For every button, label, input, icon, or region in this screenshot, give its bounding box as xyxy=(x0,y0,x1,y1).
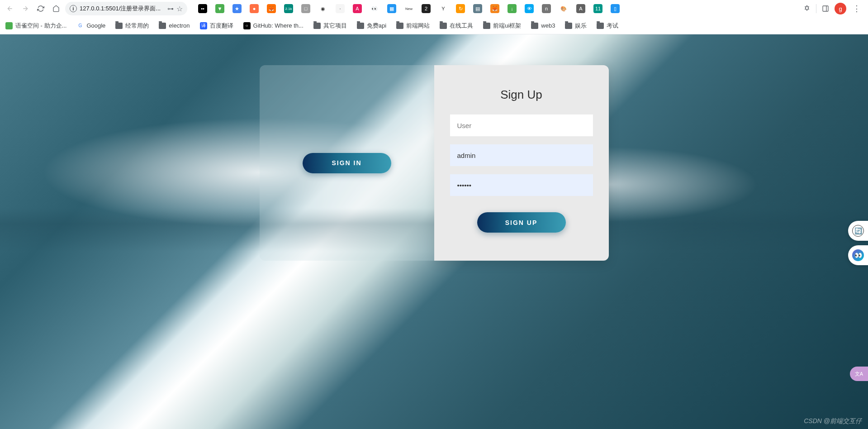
ext-download[interactable]: ↓ xyxy=(508,4,517,13)
folder-icon xyxy=(597,23,604,29)
bookmark-label: 语雀空间 - 助力企... xyxy=(15,22,66,30)
ext-eyes[interactable]: 👀 xyxy=(370,4,379,13)
ext-blue-sq[interactable]: ▦ xyxy=(387,4,396,13)
ext-refresh[interactable]: ↻ xyxy=(456,4,465,13)
ext-black-dots[interactable]: •• xyxy=(198,4,207,13)
bookmark-item[interactable]: 考试 xyxy=(597,22,618,30)
bookmark-item[interactable]: electron xyxy=(159,22,190,29)
auth-card: SIGN IN Sign Up SIGN UP xyxy=(260,65,609,261)
key-icon[interactable]: ⊶ xyxy=(167,5,174,12)
ext-eye[interactable]: 👁 xyxy=(525,4,534,13)
signup-title: Sign Up xyxy=(500,88,542,102)
ext-metamask[interactable]: 🦊 xyxy=(490,4,499,13)
bookmark-label: 其它项目 xyxy=(323,22,347,30)
page-background: SIGN IN Sign Up SIGN UP 🔄 👀 文A CSDN @前端交… xyxy=(0,34,868,429)
bookmark-favicon xyxy=(5,22,13,29)
translate-icon: 🔄 xyxy=(852,225,864,237)
bookmark-favicon: G xyxy=(76,22,84,29)
bookmarks-bar: 语雀空间 - 助力企...GGoogle经常用的electron译百度翻译○Gi… xyxy=(0,17,868,34)
ext-doc[interactable]: ▤ xyxy=(473,4,482,13)
translate-widget[interactable]: 🔄 xyxy=(848,221,868,241)
ext-rainbow[interactable]: 🎨 xyxy=(559,4,568,13)
bookmark-label: electron xyxy=(169,22,190,29)
folder-icon xyxy=(357,23,364,29)
ext-circles[interactable]: ◉ xyxy=(318,4,327,13)
folder-icon xyxy=(313,23,321,29)
signup-button[interactable]: SIGN UP xyxy=(477,212,566,233)
side-panel-icon[interactable] xyxy=(819,2,832,15)
folder-icon xyxy=(531,23,538,29)
bookmark-item[interactable]: 娱乐 xyxy=(565,22,587,30)
bookmark-label: 前端网站 xyxy=(406,22,430,30)
ext-new[interactable]: New xyxy=(404,4,413,13)
purple-tab-label: 文A xyxy=(855,371,863,377)
ext-pink[interactable]: A xyxy=(353,4,362,13)
folder-icon xyxy=(440,23,447,29)
signin-button[interactable]: SIGN IN xyxy=(303,153,391,173)
ext-fox[interactable]: 🦊 xyxy=(267,4,276,13)
bookmark-item[interactable]: web3 xyxy=(531,22,555,29)
ext-blue[interactable]: ▯ xyxy=(611,4,620,13)
site-info-icon[interactable]: i xyxy=(70,5,77,12)
bookmark-item[interactable]: 在线工具 xyxy=(440,22,473,30)
bookmark-label: 娱乐 xyxy=(575,22,587,30)
extensions-menu-icon[interactable] xyxy=(801,2,813,15)
password-input[interactable] xyxy=(450,174,593,196)
home-button[interactable] xyxy=(50,2,62,15)
ext-n[interactable]: n xyxy=(542,4,551,13)
bookmark-star-icon[interactable]: ☆ xyxy=(176,5,183,13)
bookmark-item[interactable]: ○GitHub: Where th... xyxy=(243,22,304,29)
bookmark-label: 考试 xyxy=(607,22,618,30)
bookmark-item[interactable]: 经常用的 xyxy=(115,22,149,30)
signup-panel: Sign Up SIGN UP xyxy=(434,65,609,261)
folder-icon xyxy=(565,23,572,29)
bookmark-label: 前端ui框架 xyxy=(493,22,521,30)
folder-icon xyxy=(159,23,166,29)
bookmark-label: 免费api xyxy=(367,22,386,30)
ext-star-blue[interactable]: ★ xyxy=(232,4,242,13)
bookmark-label: 在线工具 xyxy=(450,22,473,30)
bookmark-label: GitHub: Where th... xyxy=(253,22,304,29)
ext-gray[interactable]: □ xyxy=(301,4,310,13)
username-input[interactable] xyxy=(450,144,593,166)
assistant-icon: 👀 xyxy=(852,249,864,261)
bookmark-item[interactable]: 前端网站 xyxy=(396,22,430,30)
bookmark-item[interactable]: 语雀空间 - 助力企... xyxy=(5,22,66,30)
ext-teal11[interactable]: 11 xyxy=(593,4,602,13)
bookmark-label: web3 xyxy=(541,22,555,29)
reload-button[interactable] xyxy=(34,2,47,15)
ext-shield-green[interactable]: ▼ xyxy=(215,4,224,13)
profile-avatar[interactable]: g xyxy=(835,3,846,14)
signin-panel: SIGN IN xyxy=(260,65,434,261)
bookmark-item[interactable]: 免费api xyxy=(357,22,386,30)
back-button[interactable] xyxy=(4,2,16,15)
bookmark-favicon: ○ xyxy=(243,22,251,29)
ext-dark[interactable]: 2 xyxy=(422,4,431,13)
folder-icon xyxy=(115,23,123,29)
ext-a[interactable]: A xyxy=(576,4,585,13)
browser-menu-icon[interactable]: ⋮ xyxy=(849,4,864,14)
bookmark-label: 经常用的 xyxy=(125,22,149,30)
folder-icon xyxy=(396,23,403,29)
bookmark-label: 百度翻译 xyxy=(210,22,233,30)
svg-rect-0 xyxy=(823,6,828,11)
assistant-widget[interactable]: 👀 xyxy=(848,245,868,265)
bookmark-item[interactable]: 其它项目 xyxy=(313,22,347,30)
user-display-input[interactable] xyxy=(450,114,593,136)
ext-orange[interactable]: ● xyxy=(250,4,259,13)
bookmark-item[interactable]: GGoogle xyxy=(76,22,105,29)
forward-button[interactable] xyxy=(19,2,32,15)
bookmark-item[interactable]: 前端ui框架 xyxy=(483,22,521,30)
bookmark-favicon: 译 xyxy=(200,22,207,29)
address-bar[interactable]: i 127.0.0.1:5501/注册登录界面... ⊶ ☆ xyxy=(65,2,187,15)
bookmark-label: Google xyxy=(86,22,105,29)
ext-y[interactable]: Y xyxy=(439,4,448,13)
folder-icon xyxy=(483,23,490,29)
watermark-text: CSDN @前端交互仔 xyxy=(804,417,862,425)
purple-tab-widget[interactable]: 文A xyxy=(850,367,868,381)
ext-faint[interactable]: · xyxy=(336,4,345,13)
url-text: 127.0.0.1:5501/注册登录界面... xyxy=(80,5,165,13)
ext-cart[interactable]: 2.1k xyxy=(284,4,293,13)
bookmark-item[interactable]: 译百度翻译 xyxy=(200,22,233,30)
browser-toolbar: i 127.0.0.1:5501/注册登录界面... ⊶ ☆ ••▼★●🦊2.1… xyxy=(0,0,868,17)
